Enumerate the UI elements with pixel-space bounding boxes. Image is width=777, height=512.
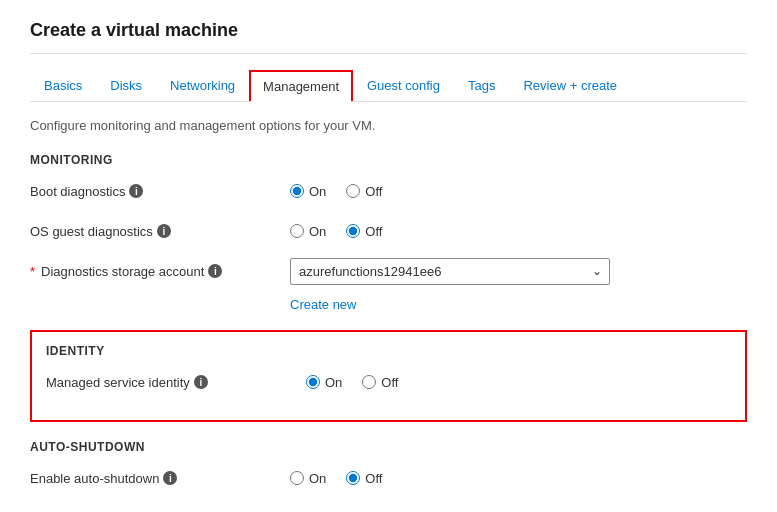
enable-auto-shutdown-on-label: On	[309, 471, 326, 486]
boot-diagnostics-on-label: On	[309, 184, 326, 199]
boot-diagnostics-info-icon[interactable]: i	[129, 184, 143, 198]
diagnostics-storage-account-label: * Diagnostics storage account i	[30, 264, 290, 279]
boot-diagnostics-radio-group: On Off	[290, 184, 382, 199]
enable-auto-shutdown-off-label: Off	[365, 471, 382, 486]
managed-service-identity-on-radio[interactable]	[306, 375, 320, 389]
auto-shutdown-title: AUTO-SHUTDOWN	[30, 440, 747, 454]
tab-basics[interactable]: Basics	[30, 70, 96, 101]
page-title: Create a virtual machine	[30, 20, 747, 54]
tab-management[interactable]: Management	[249, 70, 353, 101]
os-guest-diagnostics-on-label: On	[309, 224, 326, 239]
managed-service-identity-info-icon[interactable]: i	[194, 375, 208, 389]
boot-diagnostics-on-option[interactable]: On	[290, 184, 326, 199]
diagnostics-storage-select[interactable]: azurefunctions12941ee6	[290, 258, 610, 285]
monitoring-title: MONITORING	[30, 153, 747, 167]
boot-diagnostics-label: Boot diagnostics i	[30, 184, 290, 199]
enable-auto-shutdown-off-radio[interactable]	[346, 471, 360, 485]
os-guest-diagnostics-on-option[interactable]: On	[290, 224, 326, 239]
diagnostics-storage-select-wrapper: azurefunctions12941ee6 ⌄	[290, 258, 610, 285]
os-guest-diagnostics-off-label: Off	[365, 224, 382, 239]
tabs-container: Basics Disks Networking Management Guest…	[30, 70, 747, 102]
managed-service-identity-off-radio[interactable]	[362, 375, 376, 389]
enable-auto-shutdown-on-option[interactable]: On	[290, 471, 326, 486]
os-guest-diagnostics-row: OS guest diagnostics i On Off	[30, 217, 747, 245]
identity-title: IDENTITY	[46, 344, 731, 358]
os-guest-diagnostics-info-icon[interactable]: i	[157, 224, 171, 238]
enable-auto-shutdown-label: Enable auto-shutdown i	[30, 471, 290, 486]
monitoring-section: MONITORING Boot diagnostics i On Off	[30, 153, 747, 312]
managed-service-identity-label: Managed service identity i	[46, 375, 306, 390]
managed-service-identity-off-label: Off	[381, 375, 398, 390]
tab-networking[interactable]: Networking	[156, 70, 249, 101]
boot-diagnostics-row: Boot diagnostics i On Off	[30, 177, 747, 205]
auto-shutdown-section: AUTO-SHUTDOWN Enable auto-shutdown i On …	[30, 440, 747, 492]
identity-section: IDENTITY Managed service identity i On O…	[30, 330, 747, 422]
os-guest-diagnostics-radio-group: On Off	[290, 224, 382, 239]
managed-service-identity-on-option[interactable]: On	[306, 375, 342, 390]
managed-service-identity-radio-group: On Off	[306, 375, 398, 390]
boot-diagnostics-off-radio[interactable]	[346, 184, 360, 198]
diagnostics-storage-info-icon[interactable]: i	[208, 264, 222, 278]
os-guest-diagnostics-off-option[interactable]: Off	[346, 224, 382, 239]
managed-service-identity-off-option[interactable]: Off	[362, 375, 398, 390]
create-new-link[interactable]: Create new	[290, 297, 747, 312]
subtitle: Configure monitoring and management opti…	[30, 118, 747, 133]
boot-diagnostics-off-option[interactable]: Off	[346, 184, 382, 199]
managed-service-identity-on-label: On	[325, 375, 342, 390]
enable-auto-shutdown-radio-group: On Off	[290, 471, 382, 486]
enable-auto-shutdown-off-option[interactable]: Off	[346, 471, 382, 486]
managed-service-identity-row: Managed service identity i On Off	[46, 368, 731, 396]
enable-auto-shutdown-on-radio[interactable]	[290, 471, 304, 485]
boot-diagnostics-on-radio[interactable]	[290, 184, 304, 198]
tab-review-create[interactable]: Review + create	[509, 70, 631, 101]
tab-guest-config[interactable]: Guest config	[353, 70, 454, 101]
tab-disks[interactable]: Disks	[96, 70, 156, 101]
tab-tags[interactable]: Tags	[454, 70, 509, 101]
os-guest-diagnostics-label: OS guest diagnostics i	[30, 224, 290, 239]
boot-diagnostics-off-label: Off	[365, 184, 382, 199]
diagnostics-storage-account-row: * Diagnostics storage account i azurefun…	[30, 257, 747, 285]
enable-auto-shutdown-info-icon[interactable]: i	[163, 471, 177, 485]
os-guest-diagnostics-off-radio[interactable]	[346, 224, 360, 238]
page-container: Create a virtual machine Basics Disks Ne…	[0, 0, 777, 512]
enable-auto-shutdown-row: Enable auto-shutdown i On Off	[30, 464, 747, 492]
os-guest-diagnostics-on-radio[interactable]	[290, 224, 304, 238]
required-marker: *	[30, 264, 35, 279]
